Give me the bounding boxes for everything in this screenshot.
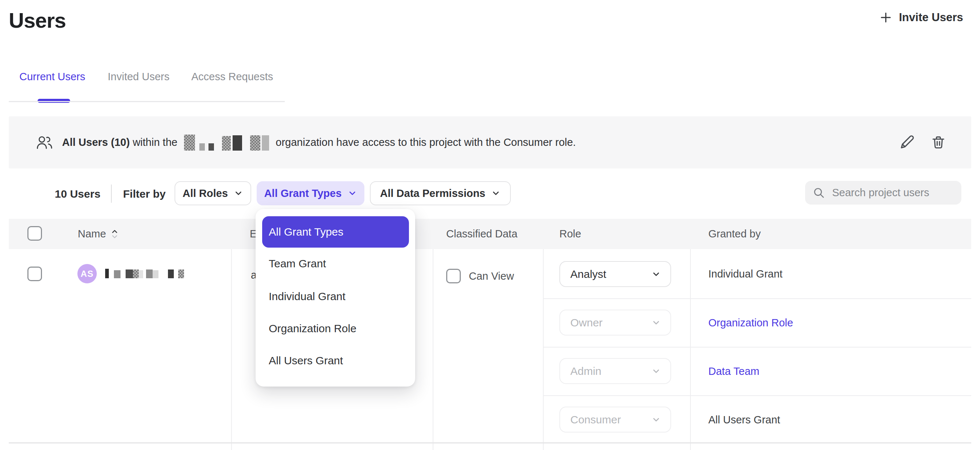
table-header: Name Email Classified Data Role Granted … bbox=[9, 219, 971, 249]
filter-all-roles-label: All Roles bbox=[183, 187, 228, 200]
filter-by-label: Filter by bbox=[123, 188, 166, 200]
filter-all-grant-types-label: All Grant Types bbox=[264, 187, 341, 200]
role-select-owner: Owner bbox=[559, 310, 671, 336]
column-name-label: Name bbox=[78, 228, 106, 240]
banner-user-count: All Users (10) bbox=[62, 136, 130, 149]
redacted-user-name bbox=[105, 269, 184, 278]
tab-access-requests[interactable]: Access Requests bbox=[191, 71, 273, 83]
granted-by-organization-role-link[interactable]: Organization Role bbox=[708, 317, 793, 329]
banner-text-middle: within the bbox=[130, 136, 180, 149]
banner-text: All Users (10) within the organization h… bbox=[62, 135, 576, 151]
chevron-down-icon bbox=[651, 318, 661, 328]
role-select-analyst[interactable]: Analyst bbox=[559, 261, 671, 287]
menu-item-individual-grant[interactable]: Individual Grant bbox=[262, 285, 409, 308]
column-classified-label: Classified Data bbox=[446, 228, 517, 240]
search-input[interactable] bbox=[832, 187, 953, 199]
filter-all-roles[interactable]: All Roles bbox=[175, 181, 251, 205]
filter-all-data-permissions[interactable]: All Data Permissions bbox=[370, 181, 511, 205]
column-divider bbox=[690, 249, 691, 450]
column-header-granted-by: Granted by bbox=[708, 219, 760, 249]
tab-current-users[interactable]: Current Users bbox=[19, 71, 86, 83]
role-select-value: Analyst bbox=[570, 268, 606, 280]
avatar: AS bbox=[77, 264, 97, 284]
role-select-admin: Admin bbox=[559, 358, 671, 384]
granted-by-individual-grant: Individual Grant bbox=[708, 268, 783, 280]
row-divider bbox=[543, 298, 971, 299]
page-title: Users bbox=[9, 8, 66, 32]
column-divider bbox=[543, 249, 544, 450]
chevron-down-icon bbox=[651, 366, 661, 376]
column-granted-by-label: Granted by bbox=[708, 228, 760, 240]
sort-icon[interactable] bbox=[111, 229, 118, 239]
user-row-divider bbox=[9, 442, 971, 444]
select-all-checkbox[interactable] bbox=[27, 226, 42, 241]
invite-users-label: Invite Users bbox=[899, 11, 963, 24]
chevron-down-icon bbox=[491, 189, 501, 198]
delete-banner-button[interactable] bbox=[929, 133, 948, 152]
banner-text-after: organization have access to this project… bbox=[273, 136, 576, 149]
plus-icon bbox=[879, 11, 892, 24]
row-divider bbox=[543, 395, 971, 396]
chevron-down-icon bbox=[651, 415, 661, 425]
column-header-classified-data: Classified Data bbox=[446, 219, 517, 249]
user-count: 10 Users bbox=[55, 188, 100, 200]
search-icon bbox=[813, 187, 825, 199]
filter-all-grant-types[interactable]: All Grant Types bbox=[257, 181, 364, 205]
role-select-value: Owner bbox=[570, 317, 603, 329]
column-header-name[interactable]: Name bbox=[78, 219, 118, 249]
tabs-divider bbox=[9, 101, 285, 102]
row-checkbox[interactable] bbox=[27, 266, 42, 281]
tab-invited-users[interactable]: Invited Users bbox=[108, 71, 169, 83]
chevron-down-icon bbox=[234, 189, 243, 198]
column-divider bbox=[433, 249, 433, 450]
can-view-label: Can View bbox=[469, 270, 514, 282]
granted-by-data-team-link[interactable]: Data Team bbox=[708, 365, 759, 377]
granted-by-all-users-grant: All Users Grant bbox=[708, 414, 780, 426]
toolbar-separator bbox=[111, 184, 112, 203]
filter-all-data-permissions-label: All Data Permissions bbox=[380, 187, 485, 200]
chevron-down-icon bbox=[348, 189, 357, 198]
role-select-value: Admin bbox=[570, 365, 601, 377]
menu-item-organization-role[interactable]: Organization Role bbox=[262, 317, 409, 340]
column-role-label: Role bbox=[559, 228, 581, 240]
column-header-role: Role bbox=[559, 219, 581, 249]
chevron-down-icon bbox=[651, 269, 661, 279]
search-project-users[interactable] bbox=[805, 181, 961, 204]
row-divider bbox=[543, 347, 971, 347]
redacted-organization-name bbox=[184, 135, 269, 151]
invite-users-button[interactable]: Invite Users bbox=[879, 11, 963, 24]
trash-icon bbox=[931, 134, 946, 150]
column-divider bbox=[231, 249, 232, 450]
menu-item-all-users-grant[interactable]: All Users Grant bbox=[262, 349, 409, 372]
all-users-access-banner: All Users (10) within the organization h… bbox=[9, 116, 971, 168]
role-select-value: Consumer bbox=[570, 414, 621, 426]
edit-banner-button[interactable] bbox=[897, 133, 916, 152]
can-view-checkbox[interactable] bbox=[446, 269, 461, 284]
pencil-icon bbox=[899, 134, 915, 150]
menu-item-all-grant-types[interactable]: All Grant Types bbox=[262, 216, 409, 247]
grant-types-dropdown-menu: All Grant Types Team Grant Individual Gr… bbox=[256, 209, 415, 387]
menu-item-team-grant[interactable]: Team Grant bbox=[262, 252, 409, 275]
role-select-consumer: Consumer bbox=[559, 407, 671, 433]
users-group-icon bbox=[37, 135, 52, 150]
